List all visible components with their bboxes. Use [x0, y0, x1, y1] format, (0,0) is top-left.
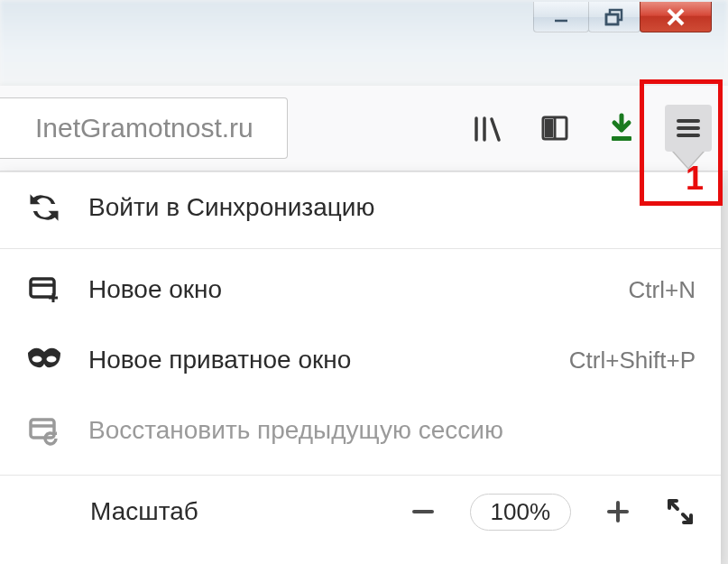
svg-point-21	[47, 356, 57, 363]
menu-item-label: Новое окно	[88, 275, 222, 304]
menu-item-new-window[interactable]: Новое окно Ctrl+N	[0, 254, 721, 325]
menu-zoom-row: Масштаб 100%	[0, 475, 721, 535]
zoom-in-button[interactable]	[589, 488, 647, 535]
window-close-button[interactable]	[640, 2, 712, 32]
menu-scrollbar[interactable]	[721, 171, 728, 564]
menu-item-label: Новое приватное окно	[88, 346, 351, 374]
restore-window-icon	[25, 411, 63, 449]
menu-item-sync[interactable]: Войти в Синхронизацию	[0, 172, 721, 243]
menu-item-shortcut: Ctrl+N	[629, 276, 696, 304]
url-text: InetGramotnost.ru	[35, 113, 253, 143]
svg-rect-16	[31, 279, 54, 297]
sidebar-button[interactable]	[531, 105, 578, 152]
svg-rect-12	[612, 136, 631, 141]
hamburger-menu-button[interactable]	[665, 105, 712, 152]
menu-item-label: Войти в Синхронизацию	[88, 193, 374, 222]
menu-item-new-private-window[interactable]: Новое приватное окно Ctrl+Shift+P	[0, 325, 721, 395]
window-minimize-button[interactable]	[533, 2, 589, 32]
library-button[interactable]	[465, 105, 511, 152]
downloads-button[interactable]	[598, 105, 645, 152]
menu-separator	[0, 248, 721, 249]
menu-item-restore-session: Восстановить предыдущую сессию	[0, 395, 721, 466]
svg-point-20	[32, 356, 42, 363]
app-menu-panel: Войти в Синхронизацию Новое окно Ctrl+N …	[0, 171, 721, 564]
zoom-label: Масштаб	[90, 497, 198, 526]
new-window-icon	[25, 271, 63, 309]
window-controls	[534, 2, 712, 32]
svg-rect-11	[545, 119, 553, 137]
menu-item-label: Восстановить предыдущую сессию	[88, 416, 503, 445]
svg-rect-22	[31, 420, 54, 438]
url-bar[interactable]: InetGramotnost.ru	[0, 97, 288, 159]
fullscreen-button[interactable]	[665, 496, 696, 527]
zoom-out-button[interactable]	[394, 488, 452, 535]
menu-item-shortcut: Ctrl+Shift+P	[569, 347, 696, 374]
browser-toolbar: InetGramotnost.ru	[0, 86, 728, 171]
sync-icon	[25, 189, 63, 227]
zoom-value[interactable]: 100%	[470, 494, 572, 531]
private-mask-icon	[25, 341, 63, 379]
window-maximize-button[interactable]	[588, 2, 640, 32]
svg-rect-2	[606, 14, 618, 24]
svg-line-8	[492, 119, 499, 140]
